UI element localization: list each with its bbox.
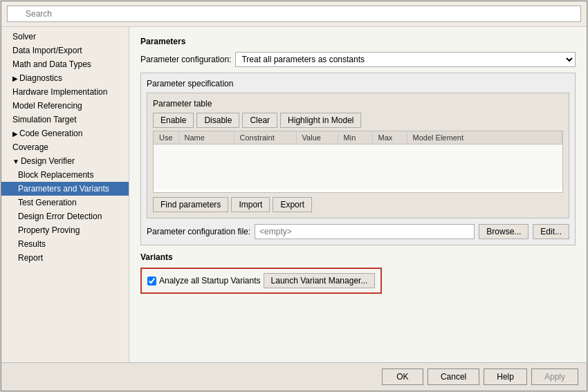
content-panel: Parameters Parameter configuration: Trea… [129, 27, 587, 362]
sidebar-label-property-proving: Property Proving [18, 225, 80, 235]
sidebar-item-model-referencing[interactable]: Model Referencing [1, 99, 129, 113]
find-params-button[interactable]: Find parameters [153, 197, 228, 212]
th-constraint: Constraint [235, 131, 297, 144]
table-body [154, 144, 562, 189]
sidebar-item-property-proving[interactable]: Property Proving [1, 223, 129, 237]
analyze-variants-text: Analyze all Startup Variants [159, 276, 261, 286]
sidebar-label-data-import-export: Data Import/Export [12, 46, 82, 55]
param-spec-box: Parameter specification Parameter table … [140, 73, 576, 245]
dialog-window: 🔍 SolverData Import/ExportMath and Data … [1, 1, 587, 391]
variants-section: Variants Analyze all Startup Variants La… [140, 252, 576, 294]
browse-button[interactable]: Browse... [479, 224, 529, 239]
config-file-input[interactable] [255, 224, 475, 239]
apply-button[interactable]: Apply [531, 368, 578, 385]
sidebar-label-coverage: Coverage [12, 142, 48, 152]
sidebar-item-block-replacements[interactable]: Block Replacements [1, 168, 129, 182]
th-value: Value [297, 131, 338, 144]
diagnostics-arrow-icon: ▶ [12, 75, 18, 82]
search-bar: 🔍 [1, 1, 587, 27]
th-min: Min [338, 131, 373, 144]
sidebar-item-math-data-types[interactable]: Math and Data Types [1, 57, 129, 71]
cancel-button[interactable]: Cancel [428, 368, 479, 385]
sidebar-item-diagnostics[interactable]: ▶ Diagnostics [1, 71, 129, 85]
config-file-label: Parameter configuration file: [147, 227, 250, 236]
sidebar-item-code-generation[interactable]: ▶ Code Generation [1, 127, 129, 140]
sidebar-label-report: Report [18, 253, 43, 263]
th-name: Name [179, 131, 235, 144]
sidebar-item-results[interactable]: Results [1, 237, 129, 251]
variants-title: Variants [140, 252, 576, 262]
sidebar-item-report[interactable]: Report [1, 251, 129, 265]
sidebar-item-test-generation[interactable]: Test Generation [1, 196, 129, 209]
param-table: Use Name Constraint Value Min Max Model … [153, 131, 563, 193]
help-button[interactable]: Help [484, 368, 527, 385]
table-header: Use Name Constraint Value Min Max Model … [154, 131, 562, 144]
sidebar-item-coverage[interactable]: Coverage [1, 140, 129, 154]
sidebar-label-block-replacements: Block Replacements [18, 170, 93, 180]
clear-button[interactable]: Clear [242, 113, 277, 128]
param-config-label: Parameter configuration: [140, 55, 231, 64]
import-export-row: Find parameters Import Export [153, 197, 563, 212]
highlight-button[interactable]: Highlight in Model [280, 113, 361, 128]
variants-box: Analyze all Startup Variants Launch Vari… [140, 268, 382, 294]
sidebar-item-parameters-variants[interactable]: Parameters and Variants [1, 182, 129, 196]
ok-button[interactable]: OK [382, 368, 423, 385]
param-config-select[interactable]: Treat all parameters as constants [235, 52, 576, 67]
sidebar-item-data-import-export[interactable]: Data Import/Export [1, 44, 129, 57]
sidebar-item-hardware-impl[interactable]: Hardware Implementation [1, 85, 129, 99]
th-model-element: Model Element [407, 131, 562, 144]
sidebar-item-simulation-target[interactable]: Simulation Target [1, 113, 129, 127]
sidebar-label-code-generation: Code Generation [19, 129, 82, 138]
sidebar-label-results: Results [18, 239, 46, 249]
search-input[interactable] [7, 6, 581, 22]
param-table-box: Parameter table Enable Disable Clear Hig… [147, 93, 569, 218]
sidebar-label-test-generation: Test Generation [18, 198, 77, 207]
sidebar-item-design-error-detection[interactable]: Design Error Detection [1, 209, 129, 223]
sidebar-label-solver: Solver [12, 32, 36, 41]
sidebar-label-diagnostics: Diagnostics [19, 73, 62, 83]
edit-button[interactable]: Edit... [533, 224, 569, 239]
code-generation-arrow-icon: ▶ [12, 130, 18, 138]
sidebar-label-math-data-types: Math and Data Types [12, 59, 91, 69]
sidebar: SolverData Import/ExportMath and Data Ty… [1, 27, 129, 362]
sidebar-item-design-verifier[interactable]: ▼ Design Verifier [1, 154, 129, 168]
config-file-row: Parameter configuration file: Browse... … [147, 224, 569, 239]
analyze-variants-label[interactable]: Analyze all Startup Variants [147, 276, 261, 286]
design-verifier-arrow-icon: ▼ [12, 158, 19, 165]
sidebar-label-design-error-detection: Design Error Detection [18, 212, 102, 221]
sidebar-item-solver[interactable]: Solver [1, 30, 129, 44]
dialog-footer: OK Cancel Help Apply [1, 362, 587, 391]
param-spec-label: Parameter specification [147, 79, 569, 88]
parameters-title: Parameters [140, 37, 576, 46]
sidebar-label-design-verifier: Design Verifier [21, 156, 75, 166]
param-buttons-row: Enable Disable Clear Highlight in Model [153, 113, 563, 128]
param-table-label: Parameter table [153, 99, 563, 109]
th-max: Max [373, 131, 407, 144]
sidebar-label-model-referencing: Model Referencing [12, 101, 82, 111]
sidebar-label-simulation-target: Simulation Target [12, 115, 77, 124]
main-content: SolverData Import/ExportMath and Data Ty… [1, 27, 587, 362]
param-config-dropdown-wrap: Treat all parameters as constants [235, 52, 576, 67]
import-button[interactable]: Import [231, 197, 270, 212]
param-config-row: Parameter configuration: Treat all param… [140, 52, 576, 67]
th-use: Use [154, 131, 179, 144]
analyze-variants-checkbox[interactable] [147, 277, 156, 286]
disable-button[interactable]: Disable [196, 113, 239, 128]
export-button[interactable]: Export [273, 197, 312, 212]
sidebar-label-hardware-impl: Hardware Implementation [12, 87, 107, 97]
sidebar-label-parameters-variants: Parameters and Variants [18, 184, 109, 194]
launch-variant-manager-button[interactable]: Launch Variant Manager... [264, 273, 376, 288]
enable-button[interactable]: Enable [153, 113, 194, 128]
